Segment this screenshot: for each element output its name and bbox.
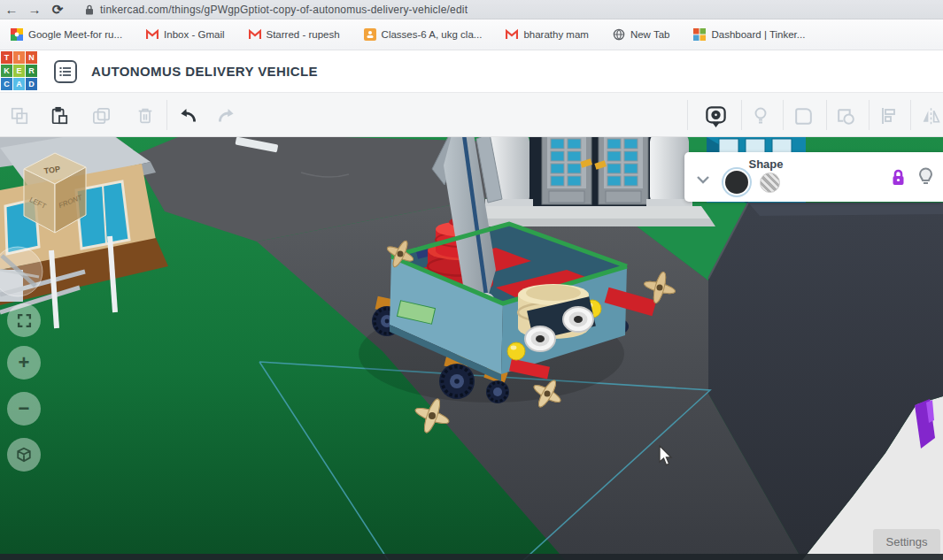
bookmark-starred[interactable]: Starred - rupesh (249, 28, 340, 41)
hide-bulb-icon[interactable] (748, 104, 773, 127)
bookmark-inbox-gmail[interactable]: Inbox - Gmail (146, 28, 224, 41)
zoom-in-button[interactable]: + (7, 346, 41, 380)
viewport-bottom-edge (0, 554, 943, 560)
align-icon[interactable] (876, 104, 900, 127)
tinkercad-icon (693, 28, 706, 41)
fit-view-button[interactable] (7, 303, 41, 337)
duplicate-icon[interactable] (89, 104, 113, 127)
address-bar[interactable]: tinkercad.com/things/gPWgpGptiot-copy-of… (85, 4, 468, 16)
toolbar-divider (869, 100, 870, 130)
classroom-icon (364, 28, 376, 41)
tinkercad-header: TIN KER CAD AUTONOMUS DELIVERY VEHICLE (0, 50, 943, 93)
back-icon[interactable]: ← (0, 1, 23, 19)
tinkercad-logo[interactable]: TIN KER CAD (0, 51, 38, 92)
perspective-toggle-button[interactable] (7, 438, 41, 472)
bookmark-dashboard-tinkercad[interactable]: Dashboard | Tinker... (693, 28, 805, 41)
ornate-door-left (542, 137, 591, 204)
color-swatch-solid[interactable] (725, 171, 748, 194)
gmail-icon (506, 28, 518, 41)
browser-toolbar: ← → ⟳ tinkercad.com/things/gPWgpGptiot-c… (0, 0, 943, 19)
toolbar-divider (783, 100, 784, 130)
color-swatch-transparent[interactable] (760, 173, 780, 193)
copy-icon[interactable] (7, 104, 32, 127)
forward-icon[interactable]: → (23, 1, 46, 19)
bookmarks-bar: Google Meet-for ru... Inbox - Gmail Star… (0, 19, 943, 50)
list-menu-icon (58, 65, 73, 79)
reload-icon[interactable]: ⟳ (46, 1, 69, 19)
view-cube[interactable]: TOP LEFT FRONT (24, 153, 86, 233)
toolbar-divider (741, 100, 742, 130)
toolbar-divider (826, 100, 827, 130)
ungroup-icon[interactable] (833, 104, 858, 127)
minus-icon: − (19, 399, 30, 418)
bookmark-bharathy[interactable]: bharathy mam (506, 28, 589, 41)
plus-icon: + (19, 353, 30, 372)
shape-panel-title: Shape (730, 157, 801, 171)
gmail-icon (146, 28, 158, 41)
bookmark-google-meet[interactable]: Google Meet-for ru... (11, 28, 122, 41)
url-text: tinkercad.com/things/gPWgpGptiot-copy-of… (100, 4, 468, 16)
undo-icon[interactable] (175, 104, 200, 127)
chevron-down-icon[interactable] (696, 172, 710, 188)
group-icon[interactable] (791, 104, 815, 127)
hide-bulb-icon[interactable] (918, 167, 933, 190)
lock-icon[interactable] (890, 169, 907, 190)
mouse-cursor (657, 445, 673, 466)
show-all-icon[interactable] (703, 104, 728, 127)
classical-building (464, 137, 715, 226)
toolbar-divider (910, 100, 911, 130)
fit-view-icon (17, 313, 32, 328)
globe-icon (613, 28, 625, 41)
zoom-out-button[interactable]: − (7, 392, 41, 426)
shape-inspector-panel: Shape (684, 152, 943, 202)
yellow-light (507, 342, 525, 360)
mirror-icon[interactable] (918, 104, 943, 127)
bookmark-new-tab[interactable]: New Tab (613, 28, 670, 41)
ornate-door-right (599, 137, 648, 204)
settings-button[interactable]: Settings (873, 529, 940, 555)
lock-icon (85, 4, 94, 15)
design-menu-button[interactable] (54, 60, 77, 83)
toolbar-divider (166, 100, 167, 130)
bookmark-classes[interactable]: Classes-6 A, ukg cla... (364, 28, 483, 41)
paste-icon[interactable] (47, 104, 72, 127)
redo-icon[interactable] (214, 104, 239, 127)
google-meet-icon (11, 28, 23, 41)
delete-icon[interactable] (133, 104, 158, 127)
edit-toolbar (0, 93, 943, 137)
gmail-icon (249, 28, 261, 41)
perspective-cube-icon (16, 447, 32, 463)
design-title: AUTONOMUS DELIVERY VEHICLE (91, 64, 318, 79)
toolbar-divider (687, 100, 688, 130)
